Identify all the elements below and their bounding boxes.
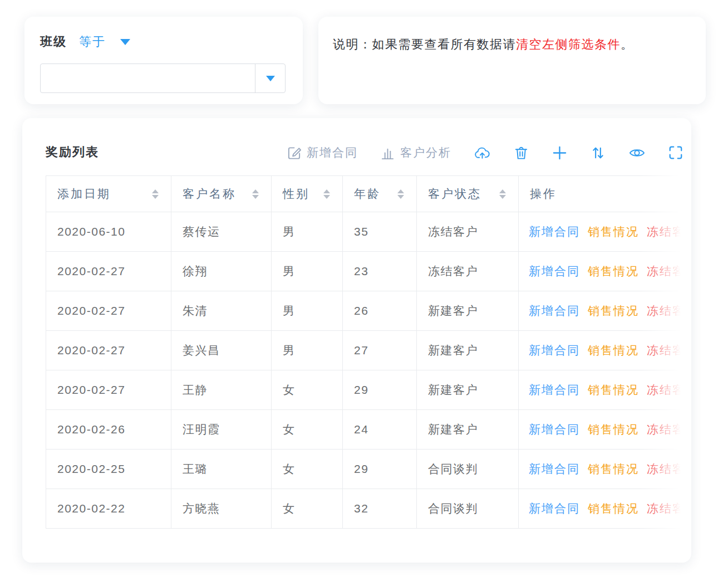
table-body: 2020-06-10蔡传运男35冻结客户新增合同销售情况冻结客户2020-02-… (46, 212, 691, 529)
table-row: 2020-02-27徐翔男23冻结客户新增合同销售情况冻结客户 (46, 252, 691, 291)
cell-gender: 女 (271, 370, 342, 409)
customer-table: 添加日期 客户名称 性别 年龄 客户状态 操作 2020- (46, 175, 691, 529)
sort-icon[interactable] (152, 189, 159, 199)
action-link-2[interactable]: 冻结客户 (647, 501, 691, 516)
sort-button[interactable] (590, 145, 606, 161)
upload-button[interactable] (474, 144, 491, 162)
column-label: 客户状态 (428, 186, 481, 202)
note-body: 如果需要查看所有数据请 (372, 37, 517, 51)
cell-gender: 女 (271, 410, 342, 449)
sort-icon[interactable] (499, 189, 506, 199)
column-header-name[interactable]: 客户名称 (171, 176, 271, 212)
table-row: 2020-06-10蔡传运男35冻结客户新增合同销售情况冻结客户 (46, 212, 691, 252)
note-suffix: 。 (621, 37, 634, 51)
sort-icon[interactable] (252, 189, 259, 199)
note-text: 说明：如果需要查看所有数据请清空左侧筛选条件。 (333, 36, 634, 53)
delete-button[interactable] (513, 145, 529, 161)
column-header-age[interactable]: 年龄 (342, 176, 416, 212)
cell-date: 2020-02-27 (46, 291, 171, 330)
table-row: 2020-02-27姜兴昌男27新建客户新增合同销售情况冻结客户 (46, 331, 691, 370)
cell-actions: 新增合同销售情况冻结客户 (518, 489, 691, 528)
sort-vertical-icon (590, 145, 606, 161)
cell-status: 合同谈判 (416, 489, 518, 528)
page-title: 奖励列表 (46, 144, 99, 160)
action-link-2[interactable]: 冻结客户 (647, 343, 691, 358)
sort-icon[interactable] (323, 189, 330, 199)
cell-name: 汪明霞 (171, 410, 271, 449)
cell-gender: 男 (271, 252, 342, 291)
action-link-2[interactable]: 冻结客户 (647, 382, 691, 398)
cell-actions: 新增合同销售情况冻结客户 (518, 212, 691, 251)
edit-square-icon (287, 145, 302, 160)
action-link-1[interactable]: 销售情况 (588, 501, 639, 516)
action-link-0[interactable]: 新增合同 (529, 224, 580, 240)
operator-caret-icon[interactable] (120, 39, 130, 45)
fullscreen-icon (668, 145, 683, 160)
cell-date: 2020-02-26 (46, 410, 171, 449)
action-link-2[interactable]: 冻结客户 (647, 263, 691, 279)
action-link-0[interactable]: 新增合同 (529, 303, 580, 319)
action-link-1[interactable]: 销售情况 (588, 382, 639, 398)
cell-name: 朱清 (171, 291, 271, 330)
action-link-0[interactable]: 新增合同 (529, 422, 580, 437)
column-label: 性别 (283, 186, 309, 202)
customer-analysis-label: 客户分析 (400, 145, 451, 160)
table-row: 2020-02-27朱清男26新建客户新增合同销售情况冻结客户 (46, 291, 691, 331)
table-toolbar: 新增合同 客户分析 (287, 143, 683, 163)
cloud-upload-icon (474, 144, 491, 162)
action-link-0[interactable]: 新增合同 (529, 343, 580, 358)
cell-actions: 新增合同销售情况冻结客户 (518, 370, 691, 409)
filter-operator[interactable]: 等于 (79, 33, 106, 50)
action-link-2[interactable]: 冻结客户 (647, 461, 691, 477)
action-link-2[interactable]: 冻结客户 (647, 224, 691, 240)
action-link-1[interactable]: 销售情况 (588, 343, 639, 358)
action-link-1[interactable]: 销售情况 (588, 224, 639, 240)
cell-age: 27 (342, 331, 416, 370)
action-link-1[interactable]: 销售情况 (588, 422, 639, 437)
action-link-0[interactable]: 新增合同 (529, 382, 580, 398)
action-link-1[interactable]: 销售情况 (588, 263, 639, 279)
action-link-1[interactable]: 销售情况 (588, 461, 639, 477)
select-caret-icon (266, 76, 275, 81)
cell-date: 2020-02-27 (46, 331, 171, 370)
action-link-2[interactable]: 冻结客户 (647, 422, 691, 437)
bar-chart-icon (380, 145, 395, 160)
cell-name: 蔡传运 (171, 212, 271, 251)
action-link-0[interactable]: 新增合同 (529, 461, 580, 477)
action-link-2[interactable]: 冻结客户 (647, 303, 691, 319)
add-button[interactable] (552, 145, 568, 161)
table-row: 2020-02-25王璐女29合同谈判新增合同销售情况冻结客户 (46, 450, 691, 489)
cell-status: 合同谈判 (416, 450, 518, 489)
column-header-date[interactable]: 添加日期 (46, 176, 171, 212)
fullscreen-button[interactable] (668, 145, 683, 160)
customer-analysis-button[interactable]: 客户分析 (380, 145, 451, 160)
select-dropdown-button[interactable] (255, 64, 285, 92)
column-label: 年龄 (354, 186, 381, 202)
view-button[interactable] (628, 144, 646, 162)
cell-actions: 新增合同销售情况冻结客户 (518, 291, 691, 330)
cell-status: 新建客户 (416, 410, 518, 449)
note-highlight: 清空左侧筛选条件 (516, 37, 621, 51)
action-link-0[interactable]: 新增合同 (529, 263, 580, 279)
note-prefix: 说明： (333, 37, 372, 51)
cell-gender: 男 (271, 331, 342, 370)
cell-actions: 新增合同销售情况冻结客户 (518, 450, 691, 489)
cell-age: 24 (342, 410, 416, 449)
cell-date: 2020-02-27 (46, 370, 171, 409)
action-link-1[interactable]: 销售情况 (588, 303, 639, 319)
column-header-status[interactable]: 客户状态 (416, 176, 518, 212)
cell-name: 王璐 (171, 450, 271, 489)
filter-field-label: 班级 (40, 33, 67, 50)
column-label: 添加日期 (57, 186, 111, 202)
action-link-0[interactable]: 新增合同 (529, 501, 580, 516)
sort-icon[interactable] (397, 189, 404, 199)
column-header-gender[interactable]: 性别 (271, 176, 342, 212)
column-label: 操作 (530, 186, 557, 202)
cell-date: 2020-02-25 (46, 450, 171, 489)
new-contract-button[interactable]: 新增合同 (287, 145, 358, 160)
filter-value-select[interactable] (40, 64, 286, 93)
cell-status: 冻结客户 (416, 252, 518, 291)
table-row: 2020-02-27王静女29新建客户新增合同销售情况冻结客户 (46, 370, 691, 410)
table-row: 2020-02-26汪明霞女24新建客户新增合同销售情况冻结客户 (46, 410, 691, 450)
cell-name: 方晓燕 (171, 489, 271, 528)
